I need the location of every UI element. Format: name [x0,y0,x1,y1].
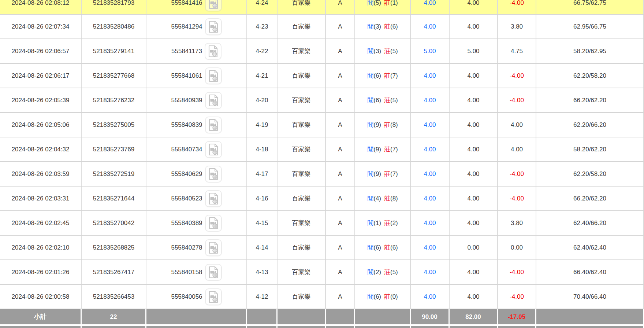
table-row[interactable]: 2024-08-26 02:02:45 521835270042 5558403… [0,211,644,236]
cell-game-type: 百家樂 [278,0,326,15]
table-row[interactable]: 2024-08-26 02:08:12 521835281793 5558414… [0,0,644,15]
video-replay-button[interactable] [205,288,222,305]
cell-balance: 66.20/62.20 [536,187,644,210]
cell-win-loss: -4.00 [498,285,536,309]
player-label: 閒 [367,293,373,300]
table-row[interactable]: 2024-08-26 02:05:39 521835276232 5558409… [0,88,644,113]
cell-round-id: 555841173 [146,39,247,63]
cell-game-type: 百家樂 [278,285,326,309]
cell-bet-time: 2024-08-26 02:04:32 [0,137,82,161]
bet-amount-link[interactable]: 4.00 [424,170,436,178]
subtotal-empty-cell [278,309,326,324]
cell-balance: 62.40/62.40 [536,236,644,259]
bet-amount-link[interactable]: 4.00 [424,121,436,129]
video-replay-button[interactable] [205,190,222,207]
table-row[interactable]: 2024-08-26 02:06:17 521835277668 5558410… [0,64,644,88]
table-row[interactable]: 2024-08-26 02:01:26 521835267417 5558401… [0,260,644,285]
video-replay-button[interactable] [205,239,222,256]
cell-game-type: 百家樂 [278,236,326,259]
bet-amount-link[interactable]: 4.00 [424,146,436,153]
video-replay-button[interactable] [205,67,222,84]
cell-win-loss: -4.00 [498,0,536,15]
bet-history-table: 2024-08-26 02:08:12 521835281793 5558414… [0,0,644,328]
table-row[interactable]: 2024-08-26 02:00:58 521835266453 5558400… [0,285,644,309]
video-replay-button[interactable] [205,141,222,158]
cell-bet-amount: 5.00 [411,39,450,63]
cell-win-loss: -4.00 [498,260,536,284]
bet-amount-link[interactable]: 4.00 [424,269,436,276]
banker-label: 莊 [384,293,390,300]
video-replay-button[interactable] [205,264,222,281]
cell-balance: 62.20/66.20 [536,113,644,137]
cell-round-number: 4-17 [247,162,278,186]
cell-balance: 62.40/66.20 [536,211,644,235]
cell-game-result: 閒(9) 莊(7) [355,137,411,161]
cell-bet-time: 2024-08-26 02:00:58 [0,285,82,309]
table-row[interactable]: 2024-08-26 02:06:57 521835279141 5558411… [0,39,644,64]
cell-round-number: 4-19 [247,113,278,137]
cell-bet-time: 2024-08-26 02:08:12 [0,0,82,15]
cell-bet-time: 2024-08-26 02:01:26 [0,260,82,284]
cell-valid-bet: 4.00 [450,15,498,38]
bet-amount-link[interactable]: 4.00 [424,72,436,80]
cell-win-loss: 4.00 [498,137,536,161]
bet-history-rows: 2024-08-26 02:08:12 521835281793 5558414… [0,0,644,309]
cell-round-number: 4-23 [247,15,278,38]
cell-bet-time: 2024-08-26 02:06:17 [0,64,82,88]
table-row[interactable]: 2024-08-26 02:07:34 521835280486 5558412… [0,15,644,39]
cell-game-result: 閒(4) 莊(8) [355,187,411,210]
cell-bet-time: 2024-08-26 02:02:10 [0,236,82,259]
bet-amount-link[interactable]: 5.00 [424,48,436,55]
subtotal-empty-cell [146,309,247,324]
cell-bet-time: 2024-08-26 02:05:39 [0,88,82,112]
player-label: 閒 [367,195,373,202]
video-replay-button[interactable] [205,0,222,11]
cell-round-id: 555840523 [146,187,247,210]
subtotal-empty-cell [326,309,355,324]
cell-bet-amount: 4.00 [411,162,450,186]
video-replay-button[interactable] [205,92,222,109]
cell-valid-bet: 4.00 [450,64,498,88]
cell-round-id: 555841061 [146,64,247,88]
bet-amount-link[interactable]: 4.00 [424,97,436,104]
table-row[interactable]: 2024-08-26 02:03:59 521835272519 5558406… [0,162,644,187]
video-replay-button[interactable] [205,166,222,183]
cell-game-type: 百家樂 [278,113,326,137]
bet-amount-link[interactable]: 4.00 [424,195,436,202]
cell-win-loss: 0.00 [498,236,536,259]
cell-table-code: A [326,113,355,137]
cell-valid-bet: 4.00 [450,260,498,284]
video-replay-button[interactable] [205,215,222,232]
cell-game-type: 百家樂 [278,162,326,186]
cell-bet-id: 521835270042 [82,211,146,235]
video-replay-button[interactable] [205,18,222,35]
cell-bet-time: 2024-08-26 02:06:57 [0,39,82,63]
cell-bet-amount: 4.00 [411,187,450,210]
cell-round-id: 555840839 [146,113,247,137]
cell-bet-amount: 4.00 [411,211,450,235]
video-replay-button[interactable] [205,43,222,60]
bet-amount-link[interactable]: 4.00 [424,23,436,30]
cell-game-result: 閒(9) 莊(7) [355,162,411,186]
cell-bet-time: 2024-08-26 02:02:45 [0,211,82,235]
table-row[interactable]: 2024-08-26 02:05:06 521835275005 5558408… [0,113,644,137]
cell-round-id: 555841294 [146,15,247,38]
bet-amount-link[interactable]: 4.00 [424,0,436,7]
table-row[interactable]: 2024-08-26 02:03:31 521835271644 5558405… [0,187,644,211]
video-replay-button[interactable] [205,117,222,133]
cell-game-type: 百家樂 [278,39,326,63]
bet-amount-link[interactable]: 4.00 [424,220,436,227]
banker-label: 莊 [384,97,390,104]
cell-bet-amount: 4.00 [411,88,450,112]
cell-bet-id: 521835275005 [82,113,146,137]
table-row[interactable]: 2024-08-26 02:02:10 521835268825 5558402… [0,236,644,260]
cell-win-loss: 3.80 [498,211,536,235]
bet-amount-link[interactable]: 4.00 [424,293,436,301]
cell-valid-bet: 5.00 [450,39,498,63]
bet-amount-link[interactable]: 4.00 [424,244,436,251]
cell-game-type: 百家樂 [278,260,326,284]
table-row[interactable]: 2024-08-26 02:04:32 521835273769 5558407… [0,137,644,162]
cell-bet-amount: 4.00 [411,137,450,161]
cell-balance: 62.20/58.20 [536,64,644,88]
video-file-icon [208,119,219,131]
